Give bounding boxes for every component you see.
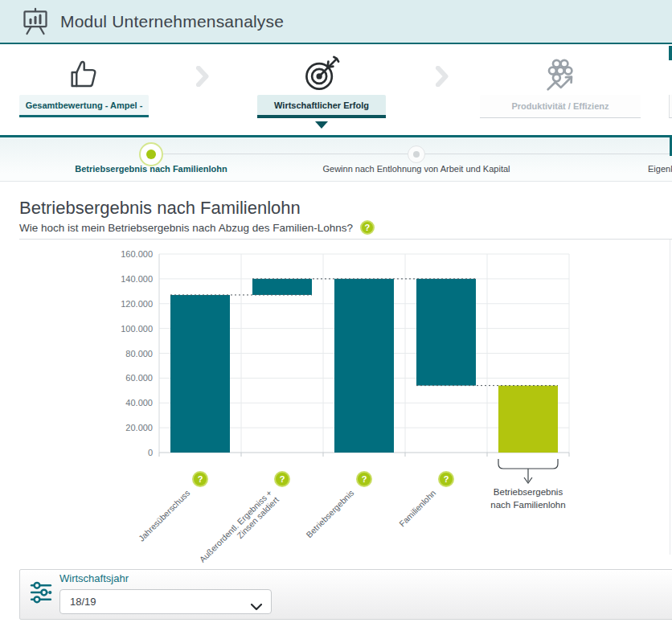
- x-category-label: Familienlohn: [397, 488, 438, 529]
- y-tick-label: 40.000: [125, 398, 153, 408]
- productivity-cluster-icon: [542, 56, 579, 96]
- filter-sliders-icon: [29, 580, 53, 604]
- tab-next-cutoff: [669, 95, 672, 118]
- x-category-label: Betriebsergebnis: [304, 488, 355, 539]
- thumbs-up-icon: [67, 57, 100, 94]
- waterfall-bar: [498, 386, 558, 453]
- result-bracket: [498, 459, 558, 469]
- step-marker-inactive[interactable]: [408, 145, 425, 163]
- chart-help-symbol: ?: [280, 474, 285, 484]
- app-title: Modul Unternehmensanalyse: [60, 12, 284, 31]
- page-title: Betriebsergebnis nach Familienlohn: [19, 198, 301, 219]
- page-question-text: Wie hoch ist mein Betriebsergebnis nach …: [19, 222, 353, 234]
- tab-produktivitaet-effizienz[interactable]: Produktivität / Effizienz: [480, 95, 641, 118]
- section-divider: [19, 239, 672, 240]
- step-dot: [413, 151, 420, 158]
- wirtschaftsjahr-select[interactable]: 18/19: [59, 589, 272, 614]
- page: { "header": { "title": "Modul Unternehme…: [0, 0, 672, 631]
- step-gewinn-label[interactable]: Gewinn nach Entlohnung von Arbeit und Ka…: [312, 164, 521, 174]
- wirtschaftsjahr-label: Wirtschaftsjahr: [59, 572, 129, 584]
- step-eigenkapital-label[interactable]: Eigenkap: [648, 164, 672, 174]
- step-marker-active[interactable]: [139, 142, 163, 166]
- y-tick-label: 160.000: [121, 249, 153, 259]
- step-betriebsergebnis-label[interactable]: Betriebsergebnis nach Familienlohn: [47, 164, 256, 174]
- active-tab-pointer: [315, 121, 328, 129]
- result-label-line: nach Familienlohn: [490, 500, 565, 510]
- waterfall-bar: [252, 279, 312, 295]
- y-tick-label: 0: [148, 448, 153, 457]
- help-icon[interactable]: ?: [360, 220, 375, 235]
- y-tick-label: 20.000: [125, 423, 153, 432]
- x-category-label: Jahresüberschuss: [137, 488, 192, 543]
- tab-gesamtbewertung[interactable]: Gesamtbewertung - Ampel -: [19, 95, 149, 117]
- right-edge-accent: [669, 46, 672, 60]
- waterfall-chart: 160.000140.000120.000100.00080.00060.000…: [0, 241, 672, 563]
- tab-produktivitaet-effizienz-label: Produktivität / Effizienz: [511, 101, 608, 111]
- sub-step-bar: [0, 135, 672, 182]
- y-tick-label: 60.000: [125, 373, 153, 383]
- step-dot: [146, 150, 156, 159]
- tab-wirtschaftlicher-erfolg-label: Wirtschaftlicher Erfolg: [274, 100, 369, 110]
- svg-text:Jahresüberschuss: Jahresüberschuss: [137, 488, 192, 543]
- chart-help-symbol: ?: [444, 474, 449, 484]
- result-label-line: Betriebsergebnis: [494, 487, 563, 497]
- waterfall-bar: [334, 279, 394, 453]
- chart-help-symbol: ?: [198, 474, 203, 484]
- target-dart-icon: [303, 55, 340, 96]
- svg-text:Außerordentl. Ergebniss +Zinse: Außerordentl. Ergebniss +Zinsen saldiert: [197, 488, 280, 563]
- y-tick-label: 140.000: [121, 274, 153, 284]
- y-tick-label: 80.000: [125, 349, 153, 359]
- svg-text:Familienlohn: Familienlohn: [397, 488, 438, 529]
- tab-gesamtbewertung-label: Gesamtbewertung - Ampel -: [26, 100, 143, 110]
- y-tick-label: 100.000: [121, 324, 153, 334]
- svg-text:Betriebsergebnis: Betriebsergebnis: [304, 488, 355, 539]
- page-question-row: Wie hoch ist mein Betriebsergebnis nach …: [19, 220, 375, 235]
- y-tick-label: 120.000: [121, 299, 153, 309]
- app-header: Modul Unternehmensanalyse: [0, 0, 672, 44]
- wirtschaftsjahr-select-wrap: 18/19: [59, 589, 272, 614]
- chevron-right-separator-icon: [436, 66, 449, 90]
- tab-wirtschaftlicher-erfolg[interactable]: Wirtschaftlicher Erfolg: [257, 95, 386, 118]
- chart-help-symbol: ?: [362, 474, 367, 484]
- x-category-label: Außerordentl. Ergebniss +Zinsen saldiert: [197, 488, 280, 563]
- presentation-chart-icon: [21, 7, 50, 36]
- waterfall-bar: [170, 295, 230, 453]
- chevron-right-separator-icon: [196, 66, 209, 90]
- waterfall-bar: [416, 279, 476, 386]
